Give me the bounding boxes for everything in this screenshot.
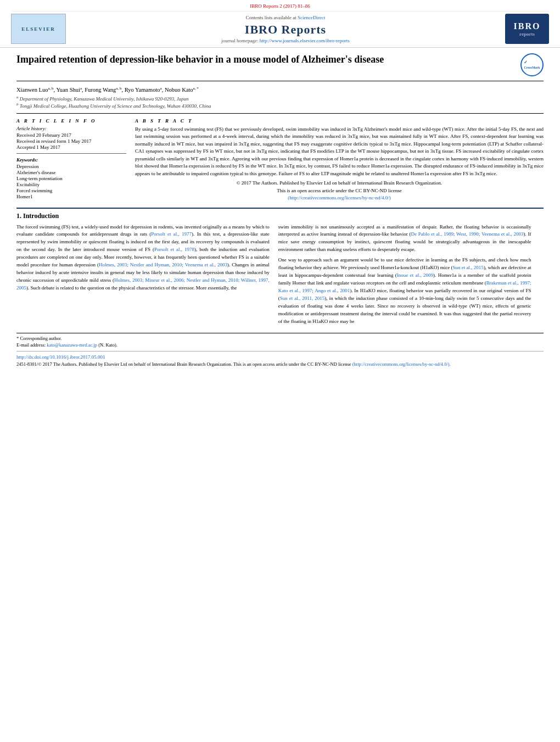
intro-right-p1: swim immobility is not unanimously accep… [278, 224, 531, 254]
issn-line: 2451-8301/© 2017 The Authors. Published … [16, 361, 544, 368]
ref-porsolt1977[interactable]: Porsolt et al., 1977 [151, 231, 192, 237]
copyright-link[interactable]: (http://creativecommons.org/licenses/by-… [288, 195, 390, 200]
intro-left-p1: The forced swimming (FS) test, a widely-… [16, 224, 270, 292]
author-ryo: Ryo Yamamotoa, [125, 87, 165, 93]
footnote-section: * Corresponding author. E-mail address: … [16, 333, 544, 348]
journal-top-row: ELSEVIER Contents lists available at Sci… [11, 14, 549, 44]
ibro-logo-text: IBRO [514, 21, 541, 31]
info-divider [16, 153, 126, 154]
abstract-text: By using a 5-day forced swimming test (F… [135, 126, 544, 202]
keywords-title: Keywords: [16, 157, 126, 163]
keyword-4: Excitability [16, 182, 126, 187]
journal-title: IBRO Reports [66, 23, 505, 37]
sciencedirect-label: Contents lists available at ScienceDirec… [66, 15, 505, 20]
intro-left-col: The forced swimming (FS) test, a widely-… [16, 224, 270, 328]
email-suffix: (N. Kato). [98, 342, 117, 348]
received-date: Received 20 February 2017 [16, 132, 126, 138]
doi-line: http://dx.doi.org/10.1016/j.ibror.2017.0… [16, 354, 544, 361]
homepage-link[interactable]: http://www.journals.elsevier.com/ibro-re… [260, 38, 350, 43]
abstract-paragraph: By using a 5-day forced swimming test (F… [135, 126, 544, 178]
received-revised-date: Received in revised form 1 May 2017 [16, 138, 126, 144]
author-nobuo: Nobuo Katoa, * [165, 87, 199, 93]
article-title: Impaired retention of depression-like be… [16, 53, 515, 66]
accepted-date: Accepted 1 May 2017 [16, 144, 126, 150]
journal-ref: IBRO Reports 2 (2017) 81–86 [250, 3, 310, 9]
affil-b: b Tongji Medical College, Huazhong Unive… [16, 102, 544, 109]
keyword-5: Forced swimming [16, 188, 126, 193]
article-info-col: A R T I C L E I N F O Article history: R… [16, 118, 126, 202]
section-number: 1. [16, 212, 23, 220]
footer-license-link[interactable]: (http://creativecommons.org/licenses/by-… [352, 361, 451, 367]
keyword-1: Depression [16, 164, 126, 169]
article-info-abstract: A R T I C L E I N F O Article history: R… [16, 113, 544, 202]
section-title-text: Introduction [23, 212, 59, 220]
authors-section: Xianwen Luoa, b, Yuan Shuia, Furong Wang… [16, 86, 544, 93]
keyword-6: Homer1 [16, 194, 126, 199]
elsevier-logo: ELSEVIER [11, 14, 66, 44]
author-furong: Furong Wanga, b, [85, 87, 124, 93]
corresponding-label: * Corresponding author. [16, 336, 61, 341]
affiliations: a Department of Physiology, Kanazawa Med… [16, 95, 544, 109]
affil-a-text: Department of Physiology, Kanazawa Medic… [20, 96, 189, 102]
ref-sun2011[interactable]: Sun et al., 2011, 2015 [280, 295, 324, 301]
corresponding-note: * Corresponding author. [16, 336, 544, 341]
ibro-logo: IBRO reports [505, 14, 549, 44]
homepage-label: journal homepage: [221, 38, 258, 43]
article-info-title: A R T I C L E I N F O [16, 118, 126, 124]
article-title-section: Impaired retention of depression-like be… [16, 53, 544, 81]
keyword-2: Alzheimer's disease [16, 170, 126, 175]
ref-holmes-stress[interactable]: Holmes, 2003; Mineur et al., 2006; Nestl… [16, 277, 270, 291]
author-xianwen: Xianwen Luoa, b, [16, 87, 56, 93]
elsevier-text: ELSEVIER [21, 26, 55, 32]
affil-a: a Department of Physiology, Kanazawa Med… [16, 95, 544, 102]
journal-header: IBRO Reports 2 (2017) 81–86 ELSEVIER Con… [0, 0, 560, 48]
introduction-title: 1. Introduction [16, 212, 544, 220]
main-content: Impaired retention of depression-like be… [0, 48, 560, 373]
ref-inoue2009[interactable]: Inoue et al., 2009 [397, 272, 433, 278]
ref-porsolt1978[interactable]: Porsolt et al., 1978 [154, 247, 194, 252]
sd-link[interactable]: ScienceDirect [298, 15, 325, 20]
introduction-body: The forced swimming (FS) test, a widely-… [16, 224, 544, 328]
journal-ref-bar: IBRO Reports 2 (2017) 81–86 [11, 3, 549, 12]
abstract-col: A B S T R A C T By using a 5-day forced … [135, 118, 544, 202]
email-label: E-mail address: [16, 342, 46, 348]
ref-sun2015[interactable]: Sun et al., 2015 [453, 265, 484, 270]
author-yuan: Yuan Shuia, [56, 87, 85, 93]
ref-depablo[interactable]: De Pablo et al., 1989; West, 1990; Veene… [411, 231, 524, 237]
email-note: E-mail address: kato@kanazawa-med.ac.jp … [16, 342, 544, 348]
copyright-line1: © 2017 The Authors. Published by Elsevie… [237, 180, 442, 186]
affil-b-text: Tongji Medical College, Huazhong Univers… [20, 103, 211, 109]
section-divider [16, 208, 544, 209]
copyright-line2: This is an open access article under the… [277, 188, 401, 193]
intro-right-col: swim immobility is not unanimously accep… [278, 224, 531, 328]
doi-link[interactable]: http://dx.doi.org/10.1016/j.ibror.2017.0… [16, 354, 105, 360]
email-address[interactable]: kato@kanazawa-med.ac.jp [47, 342, 97, 348]
ref-brakeman[interactable]: Brakeman et al., 1997; Kato et al., 1997… [278, 280, 531, 293]
crossmark-label: CrossMark [524, 66, 540, 69]
crossmark-text: ✓CrossMark [524, 60, 540, 70]
footer-text: http://dx.doi.org/10.1016/j.ibror.2017.0… [16, 351, 544, 368]
journal-homepage: journal homepage: http://www.journals.el… [66, 38, 505, 43]
issn-text: 2451-8301/© 2017 The Authors. Published … [16, 361, 351, 367]
sd-prefix: Contents lists available at [246, 15, 296, 20]
journal-center-info: Contents lists available at ScienceDirec… [66, 15, 505, 43]
abstract-title: A B S T R A C T [135, 118, 544, 124]
article-history-title: Article history: [16, 126, 126, 131]
intro-right-p2: One way to approach such an argument wou… [278, 256, 531, 325]
crossmark-badge[interactable]: ✓CrossMark [520, 53, 544, 76]
keyword-3: Long-term potentiation [16, 176, 126, 181]
ref-holmes2003[interactable]: Holmes, 2003; Nestler and Hyman, 2010; V… [99, 262, 227, 267]
ibro-reports-text: reports [519, 31, 535, 37]
copyright-text: © 2017 The Authors. Published by Elsevie… [135, 180, 544, 202]
